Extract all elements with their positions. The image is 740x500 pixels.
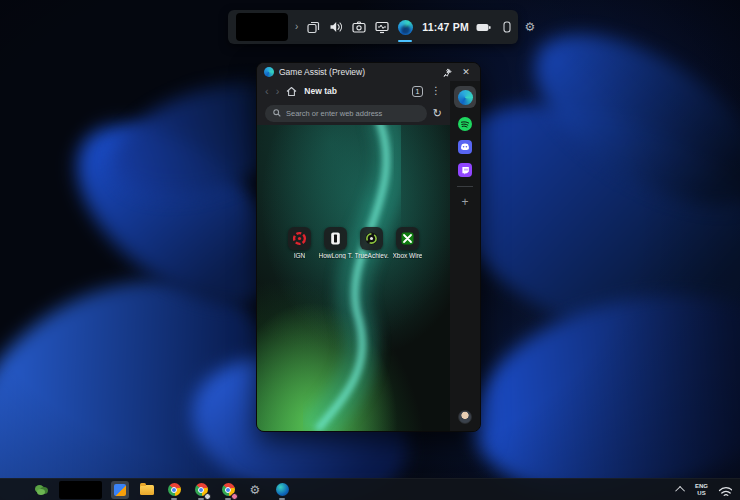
- wifi-icon[interactable]: [718, 484, 732, 496]
- profile-badge: [204, 493, 211, 500]
- pinned-app-icon[interactable]: [111, 481, 129, 499]
- language-line2: US: [697, 490, 705, 496]
- running-indicator: [225, 498, 231, 500]
- new-tab-page: IGN HowLong T... TrueAchiev...: [257, 125, 450, 431]
- xbox-wire-logo-icon: [396, 227, 419, 250]
- shortcut-howlongtobeat[interactable]: HowLong T...: [319, 227, 353, 259]
- browser-main: ‹ › New tab 1 ⋮ ↻: [257, 81, 450, 431]
- sidebar-item-game-assist[interactable]: [454, 86, 476, 108]
- shortcut-label: IGN: [294, 252, 306, 259]
- sidebar-item-twitch[interactable]: [458, 163, 472, 177]
- battery-icon: [476, 19, 492, 35]
- chrome-icon-3[interactable]: [219, 481, 237, 499]
- game-assist-icon[interactable]: [397, 19, 413, 35]
- settings-gear-icon[interactable]: ⚙: [522, 19, 538, 35]
- redacted-region: [236, 13, 288, 41]
- close-icon[interactable]: ✕: [459, 65, 473, 79]
- add-app-button[interactable]: +: [461, 196, 468, 208]
- window-body: ‹ › New tab 1 ⋮ ↻: [257, 81, 480, 431]
- shortcut-label: Xbox Wire: [393, 252, 423, 259]
- chrome-glyph: [168, 483, 181, 496]
- search-row: ↻: [257, 101, 450, 125]
- game-assist-orb: [398, 20, 413, 35]
- file-explorer-icon[interactable]: [138, 481, 156, 499]
- active-widget-underline: [398, 40, 412, 42]
- teal-orb-glyph: [276, 483, 289, 496]
- controller-icon: [499, 19, 515, 35]
- aurora-ribbon: [257, 125, 450, 431]
- tab-counter[interactable]: 1: [412, 86, 423, 97]
- game-assist-orb-icon: [458, 90, 473, 105]
- discord-icon: [460, 143, 470, 151]
- running-indicator: [279, 498, 285, 500]
- home-icon[interactable]: [286, 86, 297, 97]
- game-assist-window: Game Assist (Preview) ✕ ‹ › New tab 1 ⋮: [256, 62, 481, 432]
- profile-badge: [231, 493, 238, 500]
- shortcut-label: HowLong T...: [319, 252, 353, 259]
- performance-icon[interactable]: [374, 19, 390, 35]
- shortcut-trueachievements[interactable]: TrueAchiev...: [355, 227, 389, 259]
- game-bar-toolbar: › 11:47 PM ⚙: [228, 10, 518, 44]
- taskbar-tray: ENG US: [678, 483, 734, 496]
- shortcut-label: TrueAchiev...: [355, 252, 389, 259]
- taskbar: ⚙ ENG US: [0, 478, 740, 500]
- app-sidebar: +: [450, 81, 480, 431]
- widgets-icon[interactable]: [305, 19, 321, 35]
- search-icon: [273, 109, 281, 117]
- audio-icon[interactable]: [328, 19, 344, 35]
- chrome-icon-2[interactable]: [192, 481, 210, 499]
- howlongtobeat-logo-icon: [324, 227, 347, 250]
- back-icon[interactable]: ‹: [265, 86, 269, 97]
- shortcut-xbox-wire[interactable]: Xbox Wire: [391, 227, 425, 259]
- language-switcher[interactable]: ENG US: [695, 483, 708, 496]
- window-titlebar[interactable]: Game Assist (Preview) ✕: [257, 63, 480, 81]
- twitch-icon: [461, 166, 470, 175]
- tray-chevron-up-icon[interactable]: [678, 486, 685, 493]
- search-input[interactable]: [286, 109, 419, 118]
- redacted-region: [59, 481, 102, 499]
- sidebar-divider: [457, 186, 473, 187]
- window-title: Game Assist (Preview): [279, 67, 435, 77]
- sidebar-item-spotify[interactable]: [458, 117, 472, 131]
- trueachievements-logo-icon: [360, 227, 383, 250]
- running-indicator: [198, 498, 204, 500]
- folder-glyph: [140, 485, 154, 495]
- shortcut-row: IGN HowLong T... TrueAchiev...: [257, 227, 450, 259]
- widgets-weather-icon[interactable]: [32, 483, 50, 497]
- user-avatar[interactable]: [458, 410, 472, 424]
- chevron-right-icon[interactable]: ›: [295, 22, 298, 32]
- spotify-icon: [460, 120, 470, 129]
- app-thumbnail: [114, 484, 126, 496]
- forward-icon[interactable]: ›: [276, 86, 280, 97]
- clock: 11:47 PM: [422, 21, 469, 33]
- browser-navbar: ‹ › New tab 1 ⋮: [257, 81, 450, 101]
- tab-title: New tab: [304, 86, 337, 96]
- chrome-icon-1[interactable]: [165, 481, 183, 499]
- game-assist-logo-icon: [264, 67, 274, 77]
- sidebar-item-discord[interactable]: [458, 140, 472, 154]
- settings-gear-icon[interactable]: ⚙: [246, 481, 264, 499]
- pin-icon[interactable]: [440, 65, 454, 79]
- running-indicator: [171, 498, 177, 500]
- reload-icon[interactable]: ↻: [433, 108, 442, 119]
- shortcut-ign[interactable]: IGN: [283, 227, 317, 259]
- more-menu-icon[interactable]: ⋮: [430, 86, 442, 96]
- desktop: { "gamebar": { "time": "11:47 PM", "chev…: [0, 0, 740, 500]
- taskbar-left: ⚙: [6, 481, 291, 499]
- address-bar[interactable]: [265, 105, 427, 122]
- capture-icon[interactable]: [351, 19, 367, 35]
- edge-teal-icon[interactable]: [273, 481, 291, 499]
- ign-logo-icon: [288, 227, 311, 250]
